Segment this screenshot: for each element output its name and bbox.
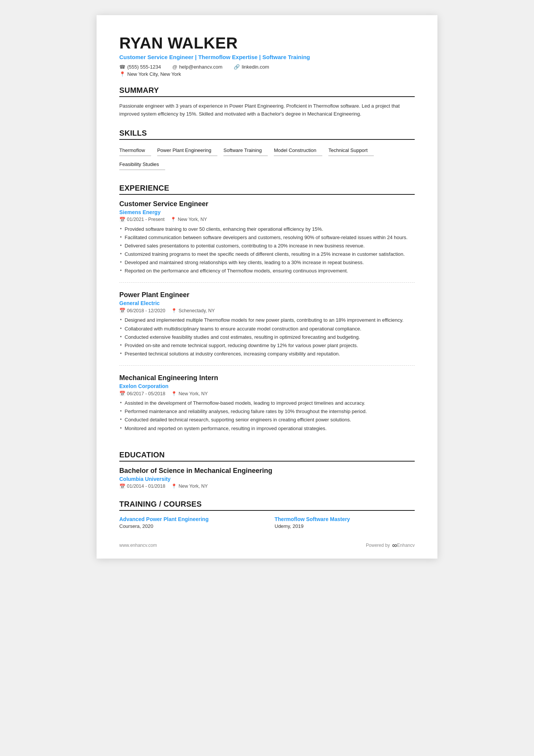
edu-location: 📍 New York, NY: [171, 484, 208, 489]
linkedin-contact: 🔗 linkedin.com: [234, 64, 269, 70]
summary-section: SUMMARY Passionate engineer with 3 years…: [119, 86, 415, 118]
job-bullets: Provided software training to over 50 cl…: [119, 225, 415, 275]
job-block: Customer Service EngineerSiemens Energy …: [119, 200, 415, 283]
email-address: help@enhancv.com: [179, 64, 222, 70]
training-course: Advanced Power Plant Engineering: [119, 516, 259, 522]
skills-grid: ThermoflowPower Plant EngineeringSoftwar…: [119, 145, 415, 173]
job-bullet-item: Monitored and reported on system perform…: [119, 425, 415, 432]
job-bullet-item: Delivered sales presentations to potenti…: [119, 242, 415, 250]
experience-title: EXPERIENCE: [119, 184, 415, 195]
job-bullet-item: Provided on-site and remote technical su…: [119, 342, 415, 349]
email-contact: @ help@enhancv.com: [172, 64, 222, 70]
edu-meta: 📅 01/2014 - 01/2018 📍 New York, NY: [119, 484, 415, 489]
page-footer: www.enhancv.com Powered by ∞ Enhancv: [119, 542, 415, 549]
map-pin-icon: 📍: [171, 391, 177, 396]
skill-item: Model Construction: [274, 145, 322, 156]
job-bullet-item: Facilitated communication between softwa…: [119, 234, 415, 241]
email-icon: @: [172, 64, 177, 70]
linkedin-url: linkedin.com: [242, 64, 269, 70]
job-company: Siemens Energy: [119, 209, 415, 215]
job-dates: 📅 01/2021 - Present: [119, 217, 164, 222]
skill-item: Software Training: [223, 145, 268, 156]
experience-section: EXPERIENCE Customer Service EngineerSiem…: [119, 184, 415, 440]
training-item: Thermoflow Software Mastery Udemy, 2019: [275, 516, 415, 529]
footer-brand: Powered by ∞ Enhancv: [366, 542, 415, 549]
linkedin-icon: 🔗: [234, 64, 240, 70]
skills-section: SKILLS ThermoflowPower Plant Engineering…: [119, 129, 415, 173]
job-bullet-item: Performed maintenance and reliability an…: [119, 408, 415, 415]
header-section: RYAN WALKER Customer Service Engineer | …: [119, 34, 415, 77]
job-bullet-item: Reported on the performance and efficien…: [119, 267, 415, 275]
job-title: Mechanical Engineering Intern: [119, 374, 415, 382]
calendar-icon: 📅: [119, 484, 125, 489]
job-bullet-item: Conducted detailed technical research, s…: [119, 416, 415, 424]
enhancv-logo: ∞ Enhancv: [392, 542, 415, 549]
job-bullet-item: Collaborated with multidisciplinary team…: [119, 325, 415, 333]
job-block: Power Plant EngineerGeneral Electric 📅 0…: [119, 291, 415, 366]
education-container: Bachelor of Science in Mechanical Engine…: [119, 467, 415, 489]
job-location: 📍 New York, NY: [171, 391, 208, 396]
summary-text: Passionate engineer with 3 years of expe…: [119, 102, 415, 118]
location-row: 📍 New York City, New York: [119, 71, 415, 77]
logo-infinity-icon: ∞: [392, 542, 396, 549]
phone-contact: ☎ (555) 555-1234: [119, 64, 161, 70]
edu-block: Bachelor of Science in Mechanical Engine…: [119, 467, 415, 489]
phone-icon: ☎: [119, 64, 125, 70]
location-text: New York City, New York: [127, 71, 181, 77]
education-section: EDUCATION Bachelor of Science in Mechani…: [119, 451, 415, 489]
job-bullets: Assisted in the development of Thermoflo…: [119, 399, 415, 432]
job-bullets: Designed and implemented multiple Thermo…: [119, 316, 415, 358]
job-meta: 📅 01/2021 - Present 📍 New York, NY: [119, 217, 415, 222]
job-bullet-item: Customized training programs to meet the…: [119, 250, 415, 258]
job-block: Mechanical Engineering InternExelon Corp…: [119, 374, 415, 440]
edu-dates: 📅 01/2014 - 01/2018: [119, 484, 165, 489]
jobs-container: Customer Service EngineerSiemens Energy …: [119, 200, 415, 440]
resume-page: RYAN WALKER Customer Service Engineer | …: [97, 15, 437, 559]
job-title: Customer Service Engineer: [119, 200, 415, 208]
education-title: EDUCATION: [119, 451, 415, 462]
powered-by-text: Powered by: [366, 543, 390, 548]
training-title: TRAINING / COURSES: [119, 500, 415, 511]
job-company: General Electric: [119, 300, 415, 306]
job-title: Power Plant Engineer: [119, 291, 415, 299]
skills-title: SKILLS: [119, 129, 415, 140]
candidate-title: Customer Service Engineer | Thermoflow E…: [119, 54, 415, 60]
map-pin-icon: 📍: [171, 484, 177, 489]
job-location: 📍 New York, NY: [170, 217, 207, 222]
job-company: Exelon Corporation: [119, 383, 415, 389]
calendar-icon: 📅: [119, 391, 125, 396]
training-container: Advanced Power Plant Engineering Courser…: [119, 516, 415, 529]
edu-degree: Bachelor of Science in Mechanical Engine…: [119, 467, 415, 475]
job-bullet-item: Developed and maintained strong relation…: [119, 259, 415, 266]
training-item: Advanced Power Plant Engineering Courser…: [119, 516, 259, 529]
contact-row: ☎ (555) 555-1234 @ help@enhancv.com 🔗 li…: [119, 64, 415, 70]
job-meta: 📅 06/2018 - 12/2020 📍 Schenectady, NY: [119, 308, 415, 313]
job-meta: 📅 06/2017 - 05/2018 📍 New York, NY: [119, 391, 415, 396]
job-bullet-item: Designed and implemented multiple Thermo…: [119, 316, 415, 324]
skill-item: Thermoflow: [119, 145, 151, 156]
skill-item: Power Plant Engineering: [157, 145, 217, 156]
job-bullet-item: Assisted in the development of Thermoflo…: [119, 399, 415, 407]
edu-school: Columbia University: [119, 476, 415, 482]
candidate-name: RYAN WALKER: [119, 34, 415, 52]
job-bullet-item: Presented technical solutions at industr…: [119, 350, 415, 358]
training-course: Thermoflow Software Mastery: [275, 516, 415, 522]
footer-website: www.enhancv.com: [119, 543, 157, 548]
map-pin-icon: 📍: [170, 217, 176, 222]
job-bullet-item: Provided software training to over 50 cl…: [119, 225, 415, 233]
skill-item: Technical Support: [328, 145, 373, 156]
job-dates: 📅 06/2018 - 12/2020: [119, 308, 165, 313]
brand-name: Enhancv: [397, 543, 415, 548]
job-bullet-item: Conducted extensive feasibility studies …: [119, 333, 415, 341]
job-dates: 📅 06/2017 - 05/2018: [119, 391, 165, 396]
job-location: 📍 Schenectady, NY: [171, 308, 215, 313]
map-pin-icon: 📍: [171, 308, 177, 313]
training-section: TRAINING / COURSES Advanced Power Plant …: [119, 500, 415, 529]
location-icon: 📍: [119, 71, 125, 77]
skill-item: Feasibility Studies: [119, 159, 165, 170]
phone-number: (555) 555-1234: [127, 64, 161, 70]
calendar-icon: 📅: [119, 308, 125, 313]
calendar-icon: 📅: [119, 217, 125, 222]
summary-title: SUMMARY: [119, 86, 415, 97]
training-provider: Udemy, 2019: [275, 523, 415, 529]
